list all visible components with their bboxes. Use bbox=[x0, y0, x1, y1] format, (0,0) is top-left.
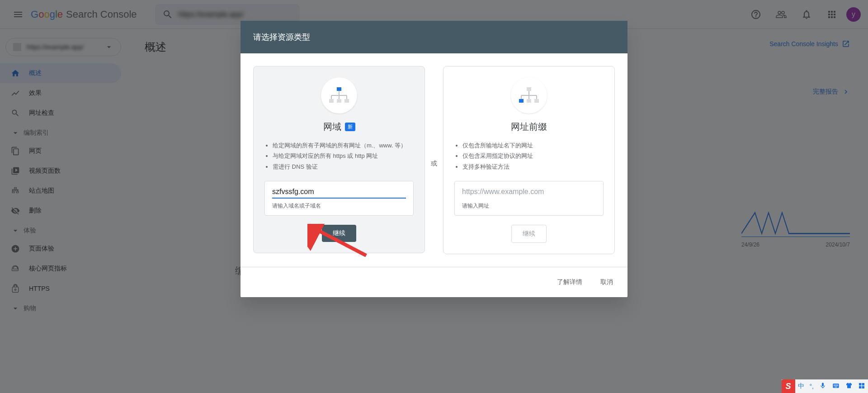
new-badge: 新 bbox=[345, 123, 355, 131]
ime-lang[interactable]: 中 bbox=[795, 382, 807, 390]
domain-continue-button[interactable]: 继续 bbox=[322, 225, 356, 242]
url-card-points: 仅包含所输地址名下的网址 仅包含采用指定协议的网址 支持多种验证方法 bbox=[454, 140, 604, 172]
ime-mic-icon[interactable] bbox=[816, 382, 829, 391]
domain-input-hint: 请输入域名或子域名 bbox=[272, 202, 406, 210]
dialog-footer: 了解详情 取消 bbox=[241, 267, 627, 297]
cancel-button[interactable]: 取消 bbox=[597, 275, 617, 290]
domain-input[interactable] bbox=[272, 188, 406, 199]
domain-card-title: 网域新 bbox=[264, 121, 414, 133]
url-input-wrap: 请输入网址 bbox=[454, 181, 604, 216]
ime-logo-icon[interactable]: S bbox=[782, 379, 795, 393]
url-prefix-icon bbox=[511, 77, 547, 114]
svg-rect-18 bbox=[534, 99, 539, 103]
or-divider: 或 bbox=[431, 160, 437, 168]
ime-bar: S 中 °, bbox=[782, 379, 868, 393]
ime-tools-icon[interactable] bbox=[855, 382, 868, 391]
svg-rect-8 bbox=[337, 99, 341, 103]
domain-card[interactable]: 网域新 给定网域的所有子网域的所有网址（m.、www. 等） 与给定网域对应的所… bbox=[253, 66, 425, 253]
url-continue-button[interactable]: 继续 bbox=[511, 225, 547, 243]
ime-punct-icon[interactable]: °, bbox=[807, 383, 817, 390]
url-prefix-card[interactable]: 网址前缀 仅包含所输地址名下的网址 仅包含采用指定协议的网址 支持多种验证方法 … bbox=[443, 66, 615, 254]
svg-rect-23 bbox=[862, 386, 864, 388]
domain-input-wrap: 请输入域名或子域名 bbox=[264, 181, 414, 216]
domain-card-points: 给定网域的所有子网域的所有网址（m.、www. 等） 与给定网域对应的所有 ht… bbox=[264, 140, 414, 172]
learn-more-button[interactable]: 了解详情 bbox=[553, 275, 586, 290]
ime-skin-icon[interactable] bbox=[843, 382, 855, 391]
svg-rect-17 bbox=[527, 99, 531, 103]
svg-rect-9 bbox=[344, 99, 349, 103]
svg-rect-21 bbox=[862, 383, 864, 385]
url-card-title: 网址前缀 bbox=[454, 121, 604, 133]
svg-rect-7 bbox=[329, 99, 334, 103]
svg-rect-20 bbox=[859, 383, 861, 385]
svg-rect-10 bbox=[527, 87, 531, 91]
svg-rect-1 bbox=[337, 87, 341, 91]
url-input-hint: 请输入网址 bbox=[462, 202, 596, 210]
url-input[interactable] bbox=[462, 188, 596, 199]
dialog-title: 请选择资源类型 bbox=[241, 21, 627, 53]
ime-keyboard-icon[interactable] bbox=[829, 382, 843, 391]
domain-icon bbox=[321, 77, 357, 114]
svg-rect-22 bbox=[859, 386, 861, 388]
svg-rect-16 bbox=[519, 99, 524, 103]
dialog-body: 网域新 给定网域的所有子网域的所有网址（m.、www. 等） 与给定网域对应的所… bbox=[241, 53, 627, 267]
property-type-dialog: 请选择资源类型 网域新 给定网域的所有子网域的所有网址（m.、www. 等） 与… bbox=[241, 21, 627, 297]
